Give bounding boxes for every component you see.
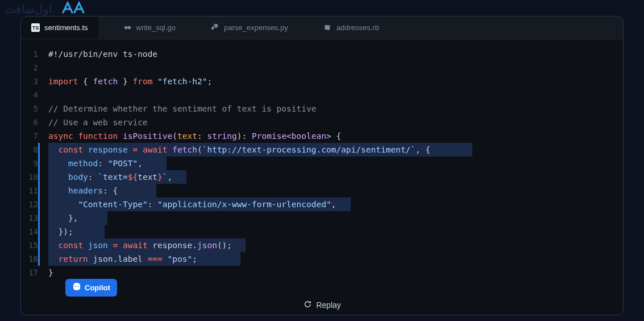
tab-label: write_sql.go [136, 23, 176, 32]
code-line[interactable]: return json.label === "pos"; [48, 252, 623, 266]
tab-parse_expenses-py[interactable]: parse_expenses.py [201, 17, 298, 39]
code-line[interactable]: // Use a web service [48, 116, 623, 129]
code-line[interactable]: #!/usr/bin/env ts-node [48, 47, 623, 61]
code-line[interactable]: }); [48, 225, 623, 238]
line-gutter: 1234567891011121314151617 [21, 47, 48, 307]
typescript-icon: TS [31, 23, 40, 32]
code-area[interactable]: 1234567891011121314151617 #!/usr/bin/env… [21, 39, 623, 315]
tab-label: addresses.rb [336, 23, 379, 32]
code-line[interactable]: const response = await fetch(`http://tex… [48, 143, 623, 157]
code-line[interactable]: method: "POST", [48, 157, 623, 170]
svg-point-0 [124, 26, 127, 30]
code-line[interactable] [48, 88, 623, 102]
replay-label: Replay [316, 301, 341, 310]
brand-logo [60, 1, 87, 15]
code-line[interactable]: const json = await response.json(); [48, 238, 623, 252]
copilot-label: Copilot [85, 283, 110, 292]
code-line[interactable]: async function isPositive(text: string):… [48, 129, 623, 143]
replay-icon [303, 300, 311, 310]
replay-button[interactable]: Replay [303, 300, 341, 310]
code-line[interactable]: "Content-Type": "application/x-www-form-… [48, 197, 623, 211]
copilot-button[interactable]: Copilot [65, 279, 117, 297]
code-line[interactable]: } [48, 266, 623, 279]
tab-sentiments-ts[interactable]: TSsentiments.ts [21, 17, 98, 39]
code-line[interactable]: // Determine whether the sentiment of te… [48, 102, 623, 116]
tab-label: parse_expenses.py [224, 23, 288, 32]
code-line[interactable] [48, 61, 623, 75]
code-line[interactable]: }, [48, 211, 623, 225]
go-icon [123, 23, 132, 32]
tab-bar: TSsentiments.tswrite_sql.goparse_expense… [21, 17, 623, 39]
code-line[interactable]: body: `text=${text}`, [48, 170, 623, 184]
tab-addresses-rb[interactable]: addresses.rb [313, 17, 389, 39]
code-line[interactable]: headers: { [48, 184, 623, 197]
tab-label: sentiments.ts [44, 23, 88, 32]
python-icon [211, 23, 219, 32]
editor-window: TSsentiments.tswrite_sql.goparse_expense… [20, 16, 624, 315]
copilot-icon [72, 282, 81, 293]
code-content[interactable]: #!/usr/bin/env ts-nodeimport { fetch } f… [48, 47, 623, 307]
svg-point-1 [127, 26, 131, 30]
ruby-icon [323, 23, 332, 32]
tab-write_sql-go[interactable]: write_sql.go [113, 17, 186, 39]
code-line[interactable]: import { fetch } from "fetch-h2"; [48, 75, 623, 88]
